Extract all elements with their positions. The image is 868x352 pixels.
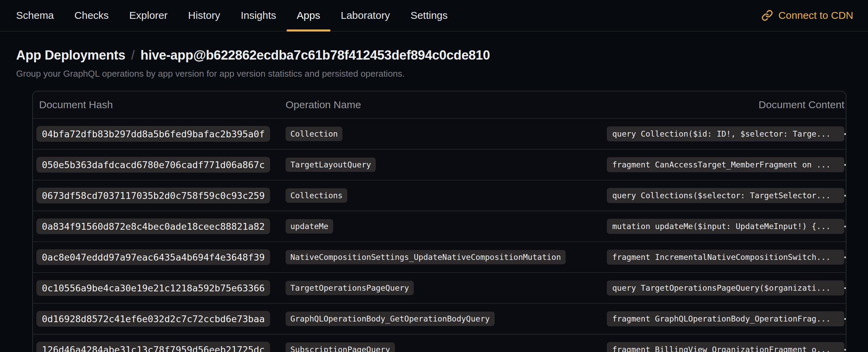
row-menu-button[interactable] [844,159,846,171]
table-row: 126d46a4284abe31c13c78f7959d56eeb21725dc… [33,334,846,352]
row-menu-button[interactable] [844,344,846,352]
column-header-document-hash: Document Hash [36,99,286,111]
document-hash-value: 0d16928d8572c41ef6e032d2c7c72ccbd6e73baa [36,311,270,327]
connect-to-cdn-label: Connect to CDN [779,10,853,21]
document-content-preview: mutation updateMe($input: UpdateMeInput!… [607,219,844,234]
column-header-operation-name: Operation Name [286,99,607,111]
table-row: 0a834f91560d872e8c4bec0ade18ceec88821a82… [33,211,846,241]
ellipsis-icon [844,349,846,351]
ellipsis-icon [844,195,846,197]
table-row: 0ac8e047eddd97a97eac6435a4b694f4e3648f39… [33,241,846,272]
deployments-table: Document Hash Operation Name Document Co… [32,91,846,352]
document-content-preview: query Collection($id: ID!, $selector: Ta… [607,126,844,141]
table-row: 04bfa72dfb83b297dd8a5b6fed9bafac2b395a0f… [33,118,846,149]
table-row: 0c10556a9be4ca30e19e21c1218a592b75e63366… [33,272,846,303]
document-content-preview: fragment BillingView_OrganizationFragmen… [607,342,844,352]
operation-name-value: SubscriptionPageQuery [286,342,395,352]
document-content-preview: query TargetOperationsPageQuery($organiz… [607,280,844,296]
breadcrumb-root-app-deployments[interactable]: App Deployments [16,47,125,64]
ellipsis-icon [844,164,846,166]
document-content-preview: fragment IncrementalNativeCompositionSwi… [607,250,844,265]
nav-tabs: SchemaChecksExplorerHistoryInsightsAppsL… [6,0,458,31]
column-header-document-content: Document Content [607,99,844,111]
document-hash-value: 0a834f91560d872e8c4bec0ade18ceec88821a82 [36,218,270,234]
link-chain-icon [761,10,773,21]
table-header-row: Document Hash Operation Name Document Co… [33,91,846,118]
operation-name-value: Collection [286,127,342,141]
document-hash-value: 0673df58cd7037117035b2d0c758f59c0c93c259 [36,188,270,203]
operation-name-value: Collections [286,188,347,203]
row-menu-button[interactable] [844,252,846,263]
document-hash-value: 04bfa72dfb83b297dd8a5b6fed9bafac2b395a0f [36,126,270,142]
table-body: 04bfa72dfb83b297dd8a5b6fed9bafac2b395a0f… [33,118,846,352]
row-menu-button[interactable] [844,282,846,294]
tab-laboratory[interactable]: Laboratory [330,0,400,31]
document-hash-value: 126d46a4284abe31c13c78f7959d56eeb21725dc [36,342,270,352]
table-row: 050e5b363dafdcacd6780e706cadf771d06a867c… [33,149,846,180]
operation-name-value: updateMe [286,219,333,234]
tab-explorer[interactable]: Explorer [119,0,178,31]
tab-history[interactable]: History [178,0,230,31]
breadcrumb: App Deployments / hive-app@b622862ecdba7… [16,47,852,64]
app-deployment-page: App Deployments / hive-app@b622862ecdba7… [0,47,868,352]
row-menu-button[interactable] [844,313,846,325]
operation-name-value: NativeCompositionSettings_UpdateNativeCo… [286,250,566,264]
table-row: 0d16928d8572c41ef6e032d2c7c72ccbd6e73baa… [33,303,846,334]
row-menu-button[interactable] [844,221,846,232]
top-navigation-bar: SchemaChecksExplorerHistoryInsightsAppsL… [0,0,868,32]
page-title-app-id: hive-app@b622862ecdba7c61b78f412453def89… [141,47,490,64]
row-menu-button[interactable] [844,190,846,201]
tab-schema[interactable]: Schema [6,0,64,31]
document-hash-value: 050e5b363dafdcacd6780e706cadf771d06a867c [36,157,270,173]
document-hash-value: 0c10556a9be4ca30e19e21c1218a592b75e63366 [36,280,270,296]
tab-insights[interactable]: Insights [230,0,286,31]
ellipsis-icon [844,287,846,289]
connect-to-cdn-button[interactable]: Connect to CDN [761,0,853,31]
ellipsis-icon [844,256,846,258]
document-content-preview: fragment GraphQLOperationBody_OperationF… [607,311,844,326]
table-row: 0673df58cd7037117035b2d0c758f59c0c93c259… [33,180,846,211]
tab-settings[interactable]: Settings [400,0,458,31]
operation-name-value: GraphQLOperationBody_GetOperationBodyQue… [286,312,495,326]
page-subtitle: Group your GraphQL operations by app ver… [16,68,852,79]
tab-apps[interactable]: Apps [287,0,330,31]
tab-checks[interactable]: Checks [64,0,119,31]
breadcrumb-separator: / [131,47,135,64]
operation-name-value: TargetOperationsPageQuery [286,281,414,295]
document-content-preview: query Collections($selector: TargetSelec… [607,188,844,203]
ellipsis-icon [844,226,846,227]
row-menu-button[interactable] [844,128,846,140]
document-hash-value: 0ac8e047eddd97a97eac6435a4b694f4e3648f39 [36,249,270,265]
document-content-preview: fragment CanAccessTarget_MemberFragment … [607,157,844,172]
ellipsis-icon [844,318,846,320]
ellipsis-icon [844,133,846,135]
operation-name-value: TargetLayoutQuery [286,158,376,172]
